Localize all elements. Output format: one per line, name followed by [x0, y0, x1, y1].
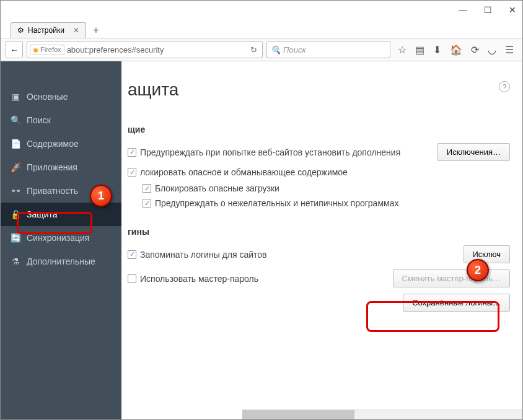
checkbox-icon: ✓ — [128, 168, 136, 177]
lock-icon: 🔒 — [11, 209, 20, 219]
sidebar-item-label: Синхронизация — [27, 233, 89, 243]
sidebar-item-label: Приложения — [27, 162, 77, 172]
preferences-content: ? ащита щие ✓ Предупреждать при попытке … — [121, 61, 522, 420]
sidebar-item-security[interactable]: 🔒Защита — [1, 203, 121, 226]
sidebar-item-label: Поиск — [27, 115, 51, 125]
sidebar-item-advanced[interactable]: ⚗Дополнительные — [1, 250, 121, 273]
section-heading: гины — [128, 227, 510, 237]
checkbox-icon: ✓ — [128, 250, 136, 259]
downloads-icon[interactable]: ⬇ — [433, 44, 441, 56]
sidebar-item-applications[interactable]: 🚀Приложения — [1, 155, 121, 179]
sidebar-item-label: Основные — [27, 92, 68, 102]
checkbox-label: Блокировать опасные загрузки — [155, 183, 279, 193]
flask-icon: ⚗ — [11, 256, 20, 266]
close-tab-icon[interactable]: ✕ — [73, 26, 79, 35]
checkbox-icon: ✓ — [128, 148, 136, 157]
home-icon[interactable]: 🏠 — [450, 44, 462, 56]
tab-label: Настройки — [28, 26, 64, 35]
window-titlebar: — ☐ ✕ — [1, 1, 522, 19]
saved-logins-button[interactable]: Сохранённые логины… — [403, 294, 510, 312]
checkbox-label: Запоминать логины для сайтов — [140, 250, 266, 260]
maximize-button[interactable]: ☐ — [483, 5, 493, 15]
url-text: about:preferences#security — [67, 45, 245, 55]
section-heading: щие — [128, 125, 510, 134]
sidebar-item-sync[interactable]: 🔄Синхронизация — [1, 226, 121, 250]
sidebar-item-privacy[interactable]: 👓Приватность — [1, 179, 121, 203]
address-bar[interactable]: ◉ Firefox about:preferences#security ↻ — [27, 41, 263, 58]
search-placeholder: Поиск — [283, 45, 306, 55]
bookmark-star-icon[interactable]: ☆ — [398, 44, 407, 56]
preferences-sidebar: ▣Основные 🔍Поиск 📄Содержимое 🚀Приложения… — [1, 61, 121, 420]
logins-exceptions-button[interactable]: Исключ — [464, 245, 511, 263]
arrow-left-icon: ← — [11, 45, 19, 55]
new-tab-button[interactable]: + — [89, 23, 103, 38]
site-identity-label: Firefox — [40, 46, 61, 53]
menu-icon[interactable]: ☰ — [505, 44, 514, 56]
sync-icon: 🔄 — [11, 233, 20, 243]
library-icon[interactable]: ▤ — [415, 44, 424, 56]
remember-logins-checkbox[interactable]: ✓ Запоминать логины для сайтов — [128, 250, 266, 260]
close-window-button[interactable]: ✕ — [508, 5, 517, 15]
site-identity-badge[interactable]: ◉ Firefox — [30, 45, 64, 55]
rocket-icon: 🚀 — [11, 162, 20, 172]
search-bar[interactable]: 🔍 Поиск — [266, 41, 390, 58]
help-button[interactable]: ? — [499, 81, 510, 92]
checkbox-icon: ✓ — [143, 199, 151, 208]
sidebar-item-label: Дополнительные — [27, 256, 95, 266]
scrollbar-thumb[interactable] — [242, 410, 354, 420]
firefox-icon: ◉ — [33, 46, 39, 54]
sidebar-item-label: Защита — [27, 209, 58, 219]
mask-icon: 👓 — [11, 186, 20, 196]
warn-install-checkbox[interactable]: ✓ Предупреждать при попытке веб-сайтов у… — [128, 147, 400, 157]
section-logins: гины ✓ Запоминать логины для сайтов Искл… — [128, 227, 510, 312]
sidebar-item-label: Содержимое — [27, 139, 79, 149]
checkbox-label: локировать опасное и обманывающее содерж… — [140, 167, 348, 177]
reload-button[interactable]: ↻ — [248, 45, 260, 55]
warn-unwanted-checkbox[interactable]: ✓ Предупреждать о нежелательных и нетипи… — [143, 198, 398, 208]
sidebar-item-general[interactable]: ▣Основные — [1, 85, 121, 108]
page-title: ащита — [128, 80, 510, 100]
sidebar-item-content[interactable]: 📄Содержимое — [1, 132, 121, 155]
section-general: щие ✓ Предупреждать при попытке веб-сайт… — [128, 125, 510, 208]
pocket-icon[interactable]: ◡ — [488, 44, 496, 56]
search-icon: 🔍 — [11, 115, 20, 125]
use-master-password-checkbox[interactable]: Использовать мастер-пароль — [128, 274, 258, 284]
back-button[interactable]: ← — [6, 41, 23, 58]
change-master-password-button: Сменить мастер-пароль… — [393, 269, 510, 287]
block-downloads-checkbox[interactable]: ✓ Блокировать опасные загрузки — [143, 183, 279, 193]
checkbox-icon: ✓ — [143, 184, 151, 193]
search-icon: 🔍 — [271, 45, 281, 55]
document-icon: 📄 — [11, 139, 20, 149]
minimize-button[interactable]: — — [458, 5, 468, 15]
horizontal-scrollbar[interactable] — [242, 409, 522, 420]
gear-icon: ⚙ — [17, 26, 24, 35]
sync-icon[interactable]: ⟳ — [471, 44, 479, 56]
checkbox-label: Предупреждать при попытке веб-сайтов уст… — [140, 147, 400, 157]
sidebar-item-search[interactable]: 🔍Поиск — [1, 108, 121, 132]
tab-settings[interactable]: ⚙ Настройки ✕ — [11, 22, 86, 38]
sidebar-item-label: Приватность — [27, 186, 78, 196]
general-icon: ▣ — [11, 92, 20, 102]
block-dangerous-checkbox[interactable]: ✓ локировать опасное и обманывающее соде… — [128, 167, 348, 177]
toolbar-actions: ☆ ▤ ⬇ 🏠 ⟳ ◡ ☰ — [394, 44, 517, 56]
tabs-bar: ⚙ Настройки ✕ + — [1, 19, 522, 38]
checkbox-label: Использовать мастер-пароль — [140, 274, 258, 284]
checkbox-icon — [128, 274, 136, 283]
exceptions-button[interactable]: Исключения… — [437, 143, 510, 161]
checkbox-label: Предупреждать о нежелательных и нетипичн… — [155, 198, 398, 208]
nav-toolbar: ← ◉ Firefox about:preferences#security ↻… — [1, 38, 522, 61]
